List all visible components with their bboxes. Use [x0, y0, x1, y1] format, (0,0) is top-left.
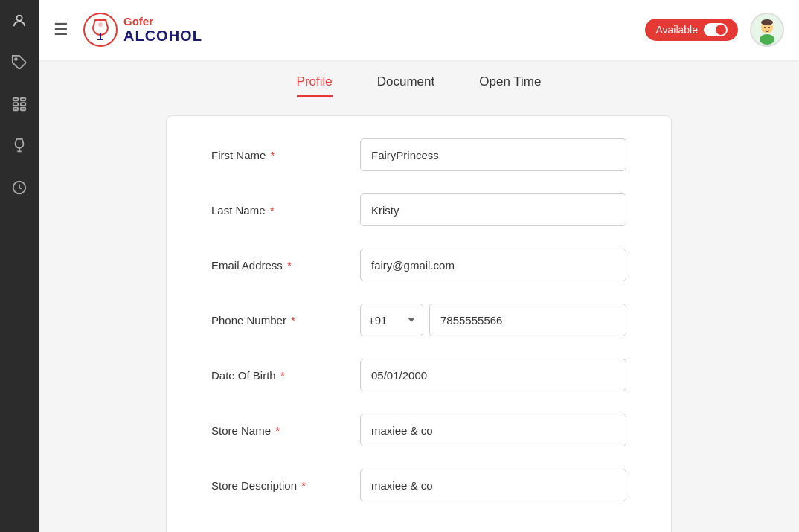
header: ☰ Gofer ALCOHOL Available: [39, 0, 799, 60]
svg-point-16: [760, 34, 774, 45]
logo: Gofer ALCOHOL: [83, 13, 202, 47]
label-first-name: First Name *: [211, 149, 345, 161]
header-right: Available: [645, 13, 784, 47]
input-dob[interactable]: [360, 359, 626, 391]
input-email[interactable]: [360, 249, 626, 281]
content-area: Profile Document Open Time First Name * …: [39, 60, 799, 532]
svg-rect-3: [21, 98, 25, 101]
label-email: Email Address *: [211, 259, 345, 272]
available-toggle[interactable]: Available: [645, 19, 738, 41]
required-asterisk: *: [270, 204, 275, 217]
required-asterisk: *: [291, 314, 295, 327]
required-asterisk: *: [287, 259, 292, 272]
avatar-illustration: [751, 14, 783, 45]
label-store-desc: Store Description *: [211, 479, 345, 492]
sidebar-icon-tag[interactable]: [6, 49, 33, 76]
sidebar-icon-grid[interactable]: [6, 91, 33, 118]
input-store-desc[interactable]: [360, 469, 626, 501]
svg-point-19: [764, 27, 766, 28]
available-label: Available: [655, 24, 698, 36]
form-row-email: Email Address *: [211, 249, 626, 281]
required-asterisk: *: [280, 369, 285, 382]
label-store-name: Store Name *: [211, 424, 345, 437]
svg-rect-2: [13, 98, 18, 101]
avatar[interactable]: [750, 13, 784, 47]
main-area: ☰ Gofer ALCOHOL Available: [39, 0, 799, 532]
sidebar: [0, 0, 39, 532]
sidebar-icon-wine[interactable]: [6, 132, 33, 159]
svg-point-1: [15, 58, 17, 60]
svg-rect-7: [21, 108, 25, 111]
tabs: Profile Document Open Time: [68, 74, 769, 97]
sidebar-icon-user[interactable]: [6, 7, 33, 34]
form-row-phone: Phone Number * +91 +1 +44: [211, 304, 626, 336]
logo-alcohol: ALCOHOL: [123, 28, 202, 44]
label-last-name: Last Name *: [211, 204, 345, 217]
logo-icon: [83, 13, 118, 47]
sidebar-icon-clock[interactable]: [6, 174, 33, 201]
svg-point-18: [761, 19, 773, 25]
required-asterisk: *: [275, 424, 280, 437]
required-asterisk: *: [271, 149, 275, 161]
svg-rect-6: [13, 108, 18, 111]
tab-profile[interactable]: Profile: [297, 74, 333, 97]
form-row-store-desc: Store Description *: [211, 469, 626, 501]
phone-row: +91 +1 +44: [360, 304, 626, 336]
label-phone: Phone Number *: [211, 314, 345, 327]
svg-point-20: [768, 27, 770, 28]
svg-rect-4: [13, 103, 18, 106]
label-dob: Date Of Birth *: [211, 369, 345, 382]
svg-point-11: [84, 13, 117, 46]
hamburger-menu[interactable]: ☰: [54, 20, 68, 39]
form-card: First Name * Last Name * Email Address *: [166, 115, 672, 532]
form-row-dob: Date Of Birth *: [211, 359, 626, 391]
phone-code-select[interactable]: +91 +1 +44: [360, 304, 423, 336]
logo-text: Gofer ALCOHOL: [123, 16, 202, 45]
tab-open-time[interactable]: Open Time: [479, 74, 541, 97]
form-row-store-name: Store Name *: [211, 414, 626, 446]
required-asterisk: *: [301, 479, 306, 492]
tab-document[interactable]: Document: [377, 74, 434, 97]
toggle-thumb: [716, 25, 726, 35]
svg-point-14: [98, 22, 103, 27]
input-first-name[interactable]: [360, 138, 626, 171]
input-store-name[interactable]: [360, 414, 626, 446]
logo-gofer: Gofer: [123, 16, 202, 28]
toggle-switch[interactable]: [704, 23, 728, 36]
svg-rect-5: [21, 103, 25, 106]
input-phone-number[interactable]: [429, 304, 626, 336]
svg-point-0: [16, 16, 22, 21]
form-row-first-name: First Name *: [211, 138, 626, 171]
input-last-name[interactable]: [360, 193, 626, 226]
form-row-last-name: Last Name *: [211, 193, 626, 226]
